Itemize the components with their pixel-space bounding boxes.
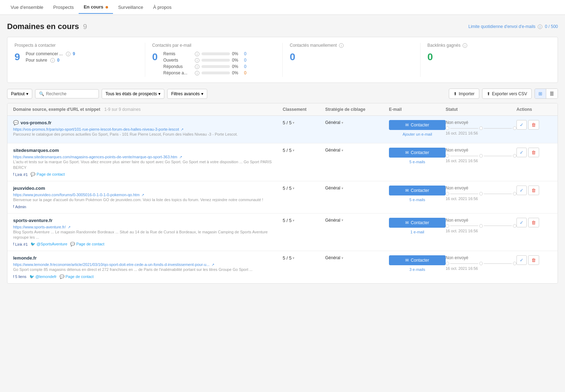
check-button[interactable]: ✓ [516,148,527,157]
score-arrow[interactable]: ▾ [293,256,294,260]
progress-dots [446,154,516,158]
progress-line-1 [450,156,478,156]
status-cell: Non envoyé 16 oct. 2021 16:56 [446,255,516,271]
domain-name-text: jeuxvideo.com [13,186,45,191]
export-button[interactable]: ⬆ Exporter vers CSV [482,89,532,99]
emails-count-link[interactable]: 1 e-mail [389,230,446,234]
nav-a-propos[interactable]: À propos [148,1,176,13]
table-row: 💬 vos-promos.fr https://vos-promos.fr/pa… [7,116,558,143]
filters-select[interactable]: Filtres avancés ▾ [167,89,207,99]
domain-url[interactable]: https://www.sitedesmarques.com/magasins-… [13,155,182,159]
external-link-icon: ↗ [141,193,144,197]
tag-contact[interactable]: 💬 Page de contact [70,242,104,246]
col-strategie: Stratégie de ciblage [325,107,389,112]
trash-button[interactable]: 🗑 [528,218,539,227]
tag-tw[interactable]: 🐦 @lemondefr [29,274,57,279]
progress-line-2 [484,128,512,129]
score-cell: 5 / 5 ▾ [283,255,325,261]
suivre-info-icon[interactable]: i [50,58,55,63]
stat-row-reponse: Réponse a... i 0% 0 [163,70,247,75]
domain-url[interactable]: https://www.sports-aventure.fr/ ↗ [13,225,70,229]
emails-count-link[interactable]: 5 e-mails [389,198,446,202]
chat-icon: 💬 [13,120,19,125]
emails-count-link[interactable]: 5 e-mails [389,160,446,164]
status-text: Non envoyé [446,186,516,191]
list-view-button[interactable]: ☰ [546,89,558,98]
remis-info-icon[interactable]: i [195,52,199,56]
tag-fb[interactable]: f Admin [13,205,26,209]
score-cell: 5 / 5 ▾ [283,120,325,125]
status-date: 16 oct. 2021 16:56 [446,159,516,163]
external-link-icon: ↗ [179,155,182,159]
manual-info-icon[interactable]: i [339,43,344,48]
location-select[interactable]: Partout ▾ [7,89,32,99]
check-button[interactable]: ✓ [516,186,527,195]
contact-button[interactable]: ✉ Contacter [389,120,446,130]
score-arrow[interactable]: ▾ [293,186,294,190]
nav-vue-ensemble[interactable]: Vue d'ensemble [6,1,48,13]
progress-dot-3 [513,154,516,158]
nav-prospects[interactable]: Prospects [48,1,79,13]
tag-tw[interactable]: 🐦 @SportsAventure [30,242,67,246]
tag-fb[interactable]: f Link #1 [13,242,28,246]
email-icon: ✉ [405,188,409,193]
strategy-arrow: ▾ [341,256,343,260]
contact-button[interactable]: ✉ Contacter [389,186,446,195]
nav-surveillance[interactable]: Surveillance [113,1,148,13]
domain-cell: lemonde.fr https://www.lemonde.fr/econom… [13,255,283,279]
progress-dot-2 [479,126,483,130]
contact-button[interactable]: ✉ Contacter [389,218,446,228]
contact-button[interactable]: ✉ Contacter [389,148,446,158]
domain-url[interactable]: https://www.jeuxvideo.com/forums/0-30050… [13,193,144,197]
backlinks-info-icon[interactable]: i [463,43,467,48]
status-select[interactable]: Tous les états de prospects ▾ [102,89,164,99]
domain-url[interactable]: https://www.lemonde.fr/economie/article/… [13,262,214,267]
stats-email: Contactés par e-mail 0 Remis i 0% 0 Ouve… [152,43,283,77]
domain-name-text: sports-aventure.fr [13,218,52,223]
fb-icon: f [13,275,14,279]
col-domain: Domaine source, exemple d'URL et snippet… [13,107,283,112]
progress-dots [446,192,516,195]
toolbar: Partout ▾ 🔍 Tous les états de prospects … [7,89,558,99]
tag-contact[interactable]: 💬 Page de contact [30,172,65,177]
check-button[interactable]: ✓ [516,120,527,130]
domain-snippet: Go Sport compte 85 magasins détenus en d… [13,267,283,272]
status-cell: Non envoyé 16 oct. 2021 16:56 [446,148,516,163]
import-icon: ⬆ [453,91,457,96]
email-icon: ✉ [405,220,409,225]
tag-fb[interactable]: f Link #1 [13,172,28,177]
nav-en-cours[interactable]: En cours [79,1,113,14]
status-chevron: ▾ [158,91,160,96]
score-arrow[interactable]: ▾ [293,218,294,222]
check-button[interactable]: ✓ [516,218,527,227]
strategy-cell: Général ▾ [325,255,389,260]
ouverts-info-icon[interactable]: i [195,58,199,63]
score-cell: 5 / 5 ▾ [283,186,325,191]
email-cell: ✉ Contacter 3 e-mails [389,255,446,272]
commencer-info-icon[interactable]: i [66,52,70,56]
daily-limit-info-icon[interactable]: i [538,24,542,29]
progress-dot-3 [513,192,516,195]
reponse-info-icon[interactable]: i [195,71,199,75]
import-button[interactable]: ⬆ Importer [449,89,479,99]
trash-button[interactable]: 🗑 [528,148,539,157]
tag-contact[interactable]: 💬 Page de contact [60,274,94,279]
score-arrow[interactable]: ▾ [293,121,294,125]
domain-url[interactable]: https://vos-promos.fr/paris/qo-sport/101… [13,127,183,131]
progress-dot-3 [513,262,516,265]
add-email-link[interactable]: Ajouter un e-mail [389,132,446,136]
trash-button[interactable]: 🗑 [528,255,539,265]
status-date: 16 oct. 2021 16:56 [446,197,516,201]
check-button[interactable]: ✓ [516,255,527,265]
trash-button[interactable]: 🗑 [528,186,539,195]
trash-button[interactable]: 🗑 [528,120,539,130]
search-input[interactable] [46,91,96,96]
tag-fb[interactable]: f 5 liens [13,274,27,279]
score-arrow[interactable]: ▾ [293,148,294,152]
col-email: E-mail [389,107,446,112]
domain-cell: jeuxvideo.com https://www.jeuxvideo.com/… [13,186,283,209]
grid-view-button[interactable]: ⊞ [535,89,546,98]
contact-button[interactable]: ✉ Contacter [389,255,446,265]
emails-count-link[interactable]: 3 e-mails [389,267,446,272]
repondus-info-icon[interactable]: i [195,64,199,69]
